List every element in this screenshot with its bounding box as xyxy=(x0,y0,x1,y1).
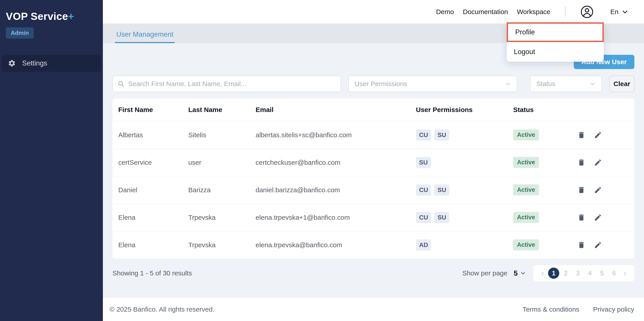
column-email: Email xyxy=(256,106,416,114)
page-footer: © 2025 Banfico. All rights reserved. Ter… xyxy=(103,297,644,321)
language-label: En xyxy=(610,8,618,16)
permission-badge: CU xyxy=(416,130,431,140)
cell-email: elena.trpevska@banfico.com xyxy=(256,241,416,249)
pagination: ‹ 123456 › xyxy=(533,265,634,281)
search-input[interactable] xyxy=(128,80,336,88)
pencil-icon xyxy=(594,241,602,249)
sidebar-item-settings[interactable]: Settings xyxy=(2,55,101,72)
cell-actions xyxy=(575,186,634,194)
cell-actions xyxy=(575,158,634,166)
permission-badge: SU xyxy=(434,212,449,223)
delete-user-button[interactable] xyxy=(577,186,586,194)
per-page-value: 5 xyxy=(514,269,518,278)
edit-user-button[interactable] xyxy=(594,241,602,249)
footer-links: Terms & conditions Privacy policy xyxy=(522,306,634,313)
table-row: ElenaTrpevskaelena.trpevska+1@banfico.co… xyxy=(112,204,634,231)
chevron-down-icon xyxy=(520,270,526,276)
cell-last-name: Barizza xyxy=(188,186,256,194)
copyright-text: © 2025 Banfico. All rights reserved. xyxy=(110,306,214,313)
pencil-icon xyxy=(594,214,602,222)
status-badge: Active xyxy=(513,130,539,140)
status-badge: Active xyxy=(513,240,539,250)
account-dropdown-menu: Profile Logout xyxy=(507,22,604,62)
app-logo-plus: + xyxy=(68,10,74,22)
trash-icon xyxy=(577,131,586,139)
page-button-2[interactable]: 2 xyxy=(560,268,571,279)
next-page-button[interactable]: › xyxy=(620,268,630,278)
nav-demo[interactable]: Demo xyxy=(436,8,454,16)
page-button-4[interactable]: 4 xyxy=(584,268,596,279)
top-header: Demo Documentation Workspace En xyxy=(103,0,644,24)
cell-status: Active xyxy=(513,240,575,250)
permission-badge: SU xyxy=(434,130,449,140)
delete-user-button[interactable] xyxy=(577,158,586,166)
role-badge: Admin xyxy=(6,27,34,39)
per-page-label: Show per page xyxy=(462,269,507,277)
trash-icon xyxy=(577,241,586,249)
pencil-icon xyxy=(594,158,602,166)
terms-link[interactable]: Terms & conditions xyxy=(522,306,579,313)
cell-status: Active xyxy=(513,184,575,195)
status-filter-placeholder: Status xyxy=(536,80,555,88)
language-selector[interactable]: En xyxy=(610,8,628,16)
sidebar: VOP Service+ Admin Settings xyxy=(0,0,103,321)
tab-user-management[interactable]: User Management xyxy=(115,30,175,43)
account-button[interactable] xyxy=(580,5,594,18)
chevron-down-icon xyxy=(622,8,628,15)
trash-icon xyxy=(577,214,586,222)
page-button-6[interactable]: 6 xyxy=(608,268,620,279)
cell-email: elena.trpevska+1@banfico.com xyxy=(256,214,416,221)
cell-first-name: Albertas xyxy=(118,131,188,139)
chevron-down-icon xyxy=(590,81,596,87)
per-page-selector[interactable]: Show per page 5 xyxy=(462,269,526,278)
prev-page-button[interactable]: ‹ xyxy=(538,268,548,278)
cell-actions xyxy=(575,214,634,222)
nav-documentation[interactable]: Documentation xyxy=(463,8,508,16)
status-badge: Active xyxy=(513,212,539,223)
column-status: Status xyxy=(513,106,575,114)
cell-status: Active xyxy=(513,130,575,140)
permissions-filter-select[interactable]: User Permissions xyxy=(348,76,517,92)
cell-last-name: Sitelis xyxy=(188,131,256,139)
page-button-1[interactable]: 1 xyxy=(548,268,559,279)
permission-badge: CU xyxy=(416,212,431,223)
permission-badge: SU xyxy=(416,157,431,168)
edit-user-button[interactable] xyxy=(594,186,602,194)
edit-user-button[interactable] xyxy=(594,131,602,139)
header-divider xyxy=(565,7,566,17)
edit-user-button[interactable] xyxy=(594,214,602,222)
edit-user-button[interactable] xyxy=(594,158,602,166)
cell-first-name: Elena xyxy=(118,214,188,221)
page-numbers: 123456 xyxy=(548,268,620,279)
trash-icon xyxy=(577,158,586,166)
cell-email: daniel.barizza@banfico.com xyxy=(256,186,416,194)
delete-user-button[interactable] xyxy=(577,131,586,139)
trash-icon xyxy=(577,186,586,194)
nav-workspace[interactable]: Workspace xyxy=(517,8,550,16)
menu-item-logout[interactable]: Logout xyxy=(507,42,604,62)
cell-permissions: AD xyxy=(416,240,513,250)
sidebar-nav: Settings xyxy=(0,55,103,72)
menu-item-profile[interactable]: Profile xyxy=(507,22,604,42)
page-button-5[interactable]: 5 xyxy=(596,268,608,279)
sidebar-item-label: Settings xyxy=(22,59,47,67)
cell-email: certcheckuser@banfico.com xyxy=(256,159,416,166)
search-box xyxy=(112,76,341,92)
permission-badge: SU xyxy=(434,184,449,196)
delete-user-button[interactable] xyxy=(577,241,586,249)
cell-first-name: Daniel xyxy=(118,186,188,194)
delete-user-button[interactable] xyxy=(577,214,586,222)
app-logo-text: VOP Service xyxy=(6,10,68,22)
permission-badge: AD xyxy=(416,240,431,250)
clear-filters-button[interactable]: Clear xyxy=(609,76,634,92)
cell-permissions: CUSU xyxy=(416,130,513,140)
status-filter-select[interactable]: Status xyxy=(530,76,602,92)
content-area: Add New User User Permissions Status Cle… xyxy=(103,43,644,297)
privacy-link[interactable]: Privacy policy xyxy=(593,306,634,313)
cell-permissions: CUSU xyxy=(416,184,513,196)
column-user-permissions: User Permissions xyxy=(416,106,513,114)
status-badge: Active xyxy=(513,184,539,195)
cell-actions xyxy=(575,131,634,139)
cell-permissions: CUSU xyxy=(416,212,513,223)
page-button-3[interactable]: 3 xyxy=(572,268,584,279)
